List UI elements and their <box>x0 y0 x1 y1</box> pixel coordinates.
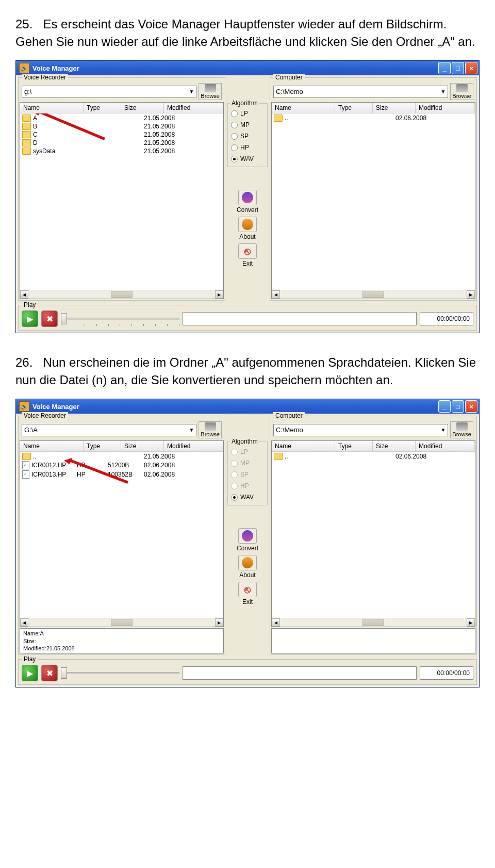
scroll-right-icon[interactable]: ▶ <box>215 618 223 627</box>
slider-thumb[interactable] <box>61 667 67 679</box>
left-path-text: g:\ <box>24 88 31 95</box>
table-row[interactable]: A 21.05.2008 <box>20 114 223 122</box>
voice-manager-window-1: 🔊 Voice Manager _ □ × Voice Recorder g:\… <box>15 60 480 333</box>
selection-info-right <box>271 628 475 653</box>
table-row[interactable]: .. 02.06.2008 <box>272 452 475 461</box>
radio-lp[interactable]: LP <box>230 108 265 119</box>
about-icon <box>242 219 253 230</box>
about-button[interactable]: About <box>233 217 262 240</box>
folder-icon <box>274 453 283 460</box>
slider-thumb[interactable] <box>61 313 67 324</box>
scroll-right-icon[interactable]: ▶ <box>467 290 475 299</box>
folder-icon <box>22 139 31 146</box>
info-display <box>183 312 417 325</box>
radio-mp[interactable]: MP <box>230 119 265 130</box>
about-button[interactable]: About <box>233 555 262 579</box>
time-display: 00:00/00:00 <box>420 666 473 680</box>
computer-panel: Computer C:\Memo ▼ Browse Name Type Size… <box>270 77 477 301</box>
minimize-button[interactable]: _ <box>438 62 451 74</box>
file-header[interactable]: Name Type Size Modified <box>272 441 475 452</box>
table-row[interactable]: C 21.05.2008 <box>20 130 223 139</box>
col-type[interactable]: Type <box>84 103 121 113</box>
stop-button[interactable]: ✖ <box>41 310 58 327</box>
file-body[interactable]: .. 02.06.2008 <box>272 113 475 290</box>
step-num: 25. <box>15 17 32 31</box>
scroll-left-icon[interactable]: ◀ <box>272 618 280 627</box>
scroll-right-icon[interactable]: ▶ <box>215 290 223 299</box>
voice-recorder-panel: Voice Recorder g:\ ▼ Browse Name Type Si… <box>18 77 225 301</box>
left-path-select[interactable]: G:\A ▼ <box>22 424 196 436</box>
radio-sp[interactable]: SP <box>230 130 265 142</box>
file-header[interactable]: Name Type Size Modified <box>272 103 475 113</box>
position-slider[interactable] <box>61 313 179 325</box>
col-size[interactable]: Size <box>121 103 164 113</box>
h-scrollbar[interactable]: ◀ ▶ <box>20 618 223 627</box>
play-button[interactable]: ▶ <box>22 310 38 327</box>
play-button[interactable]: ▶ <box>22 665 38 681</box>
radio-wav[interactable]: WAV <box>230 153 265 165</box>
exit-button[interactable]: ⎋Exit <box>233 582 262 605</box>
file-body[interactable]: A 21.05.2008 B 21.05.2008 C 21.05.2008 <box>20 113 223 290</box>
app-icon: 🔊 <box>19 63 29 73</box>
left-path-select[interactable]: g:\ ▼ <box>22 86 196 98</box>
h-scrollbar[interactable]: ◀ ▶ <box>272 290 475 299</box>
step-num: 26. <box>15 355 32 369</box>
file-header[interactable]: Name Type Size Modified <box>20 103 223 113</box>
browse-icon <box>205 84 216 92</box>
algorithm-box: Algorithm LP MP SP HP WAV <box>227 103 268 167</box>
titlebar[interactable]: 🔊 Voice Manager _ □ × <box>16 399 479 414</box>
table-row[interactable]: D 21.05.2008 <box>20 139 223 147</box>
titlebar[interactable]: 🔊 Voice Manager _ □ × <box>16 61 479 75</box>
maximize-button[interactable]: □ <box>452 62 464 74</box>
center-buttons: Convert About ⎋Exit <box>227 190 268 267</box>
radio-wav[interactable]: WAV <box>230 492 265 503</box>
table-row[interactable]: .. 21.05.2008 <box>20 452 223 461</box>
audio-file-icon <box>22 461 29 469</box>
file-header[interactable]: Name Type Size Modified <box>20 441 223 452</box>
scroll-left-icon[interactable]: ◀ <box>272 290 280 299</box>
browse-button-left[interactable]: Browse <box>199 83 222 100</box>
radio-hp: HP <box>230 480 265 492</box>
scroll-left-icon[interactable]: ◀ <box>20 290 28 299</box>
convert-button[interactable]: Convert <box>233 528 262 552</box>
voice-manager-window-2: 🔊 Voice Manager _ □ × Voice Recorder G:\… <box>15 399 480 687</box>
scroll-right-icon[interactable]: ▶ <box>467 618 475 627</box>
convert-button[interactable]: Convert <box>233 190 262 214</box>
maximize-button[interactable]: □ <box>452 400 464 413</box>
table-row[interactable]: ICR0012.HP HP 51200B 02.06.2008 <box>20 461 223 470</box>
scroll-left-icon[interactable]: ◀ <box>20 618 28 627</box>
browse-icon <box>205 422 216 431</box>
table-row[interactable]: B 21.05.2008 <box>20 122 223 130</box>
h-scrollbar[interactable]: ◀ ▶ <box>20 290 223 299</box>
right-path-select[interactable]: C:\Memo ▼ <box>273 424 448 436</box>
table-row[interactable]: ICR0013.HP HP 100352B 02.06.2008 <box>20 470 223 479</box>
browse-button-right[interactable]: Browse <box>450 421 473 438</box>
position-slider[interactable] <box>61 667 179 679</box>
center-column: Algorithm LP MP SP HP WAV Convert About … <box>227 77 268 301</box>
stop-button[interactable]: ✖ <box>41 665 58 681</box>
right-path-select[interactable]: C:\Memo ▼ <box>273 86 448 98</box>
exit-button[interactable]: ⎋Exit <box>233 243 262 267</box>
browse-icon <box>456 84 468 92</box>
table-row[interactable]: .. 02.06.2008 <box>272 114 475 122</box>
close-button[interactable]: × <box>465 62 477 74</box>
folder-icon <box>22 453 31 460</box>
h-scrollbar[interactable]: ◀ ▶ <box>272 618 475 627</box>
col-name[interactable]: Name <box>20 103 84 113</box>
scroll-track[interactable] <box>28 290 215 299</box>
instruction-25: 25. Es erscheint das Voice Manager Haupt… <box>15 15 480 50</box>
right-path-text: C:\Memo <box>276 88 303 95</box>
scroll-thumb[interactable] <box>111 291 133 298</box>
file-body[interactable]: .. 02.06.2008 <box>272 452 475 618</box>
col-modified[interactable]: Modified <box>164 103 223 113</box>
table-row[interactable]: sysData 21.05.2008 <box>20 147 223 155</box>
browse-button-right[interactable]: Browse <box>450 83 473 100</box>
browse-button-left[interactable]: Browse <box>199 421 222 438</box>
file-body[interactable]: .. 21.05.2008 ICR0012.HP HP 51200B 02.06… <box>20 452 223 618</box>
minimize-button[interactable]: _ <box>438 400 451 413</box>
close-button[interactable]: × <box>465 400 477 413</box>
algo-label: Algorithm <box>230 438 259 445</box>
left-path-text: G:\A <box>24 426 38 434</box>
play-panel: Play ▶ ✖ 00:00/00:00 <box>18 305 477 331</box>
radio-hp[interactable]: HP <box>230 142 265 153</box>
